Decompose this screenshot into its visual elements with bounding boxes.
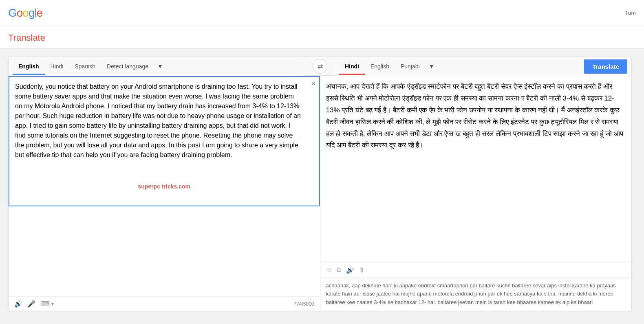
tab-english-target[interactable]: English: [365, 58, 395, 74]
tab-hindi-target[interactable]: Hindi: [339, 58, 365, 74]
star-output-button[interactable]: ☆: [326, 266, 332, 274]
romanized-text: achaanak, aap dekhate hain ki aapake end…: [320, 277, 632, 311]
keyboard-input-button[interactable]: ⌨ ▼: [40, 300, 55, 308]
logo-o1: o: [17, 7, 23, 20]
tab-detect-language[interactable]: Detect language: [101, 58, 154, 74]
keyboard-dropdown-icon: ▼: [51, 302, 55, 306]
clear-input-button[interactable]: ×: [311, 79, 316, 88]
main-content: English Hindi Spanish Detect language ▼ …: [0, 48, 644, 320]
logo-e: e: [37, 7, 43, 20]
listen-input-button[interactable]: 🔊: [14, 300, 22, 308]
header: Google Turn: [0, 0, 644, 26]
source-lang-dropdown[interactable]: ▼: [154, 61, 166, 72]
copy-output-button[interactable]: ⧉: [337, 266, 341, 274]
logo-g2: g: [29, 7, 35, 20]
tab-punjabi-target[interactable]: Punjabi: [395, 58, 426, 74]
tab-english-source[interactable]: English: [13, 58, 45, 74]
output-panel: अचानक, आप देखते हैं कि आपके एंड्रॉइड स्म…: [320, 76, 632, 311]
output-text-area: अचानक, आप देखते हैं कि आपके एंड्रॉइड स्म…: [320, 76, 632, 263]
source-lang-tabs: English Hindi Spanish Detect language ▼: [9, 57, 305, 76]
google-logo: Google: [8, 7, 42, 20]
tab-spanish-source[interactable]: Spanish: [69, 58, 101, 74]
input-panel: × superpc tricks.com 🔊 🎤 ⌨ ▼ 774/5000: [9, 76, 320, 311]
sub-header: Translate: [0, 26, 644, 48]
swap-languages-button[interactable]: ⇄: [313, 59, 327, 74]
share-output-button[interactable]: ⇧: [359, 266, 364, 274]
keyboard-icon: ⌨: [40, 300, 50, 308]
logo-o2: o: [22, 7, 29, 20]
left-panel: English Hindi Spanish Detect language ▼ …: [8, 57, 632, 311]
source-text-input[interactable]: [9, 76, 320, 206]
char-count: 774/5000: [293, 301, 314, 307]
mic-input-button[interactable]: 🎤: [27, 300, 35, 308]
input-wrapper: × superpc tricks.com: [9, 76, 320, 296]
target-lang-tabs: Hindi English Punjabi ▼ Translate: [335, 57, 631, 76]
logo-g: G: [8, 7, 17, 20]
output-footer: ☆ ⧉ 🔊 ⇧: [320, 263, 632, 277]
input-footer: 🔊 🎤 ⌨ ▼ 774/5000: [9, 296, 320, 311]
translate-button[interactable]: Translate: [584, 59, 627, 74]
listen-output-button[interactable]: 🔊: [346, 266, 354, 274]
input-footer-left: 🔊 🎤 ⌨ ▼: [14, 300, 55, 308]
translated-text-hindi: अचानक, आप देखते हैं कि आपके एंड्रॉइड स्म…: [326, 81, 626, 151]
target-lang-dropdown[interactable]: ▼: [426, 61, 438, 72]
header-right-text: Turn: [625, 10, 636, 16]
page-title: Translate: [8, 29, 45, 48]
tab-hindi-source[interactable]: Hindi: [45, 58, 69, 74]
